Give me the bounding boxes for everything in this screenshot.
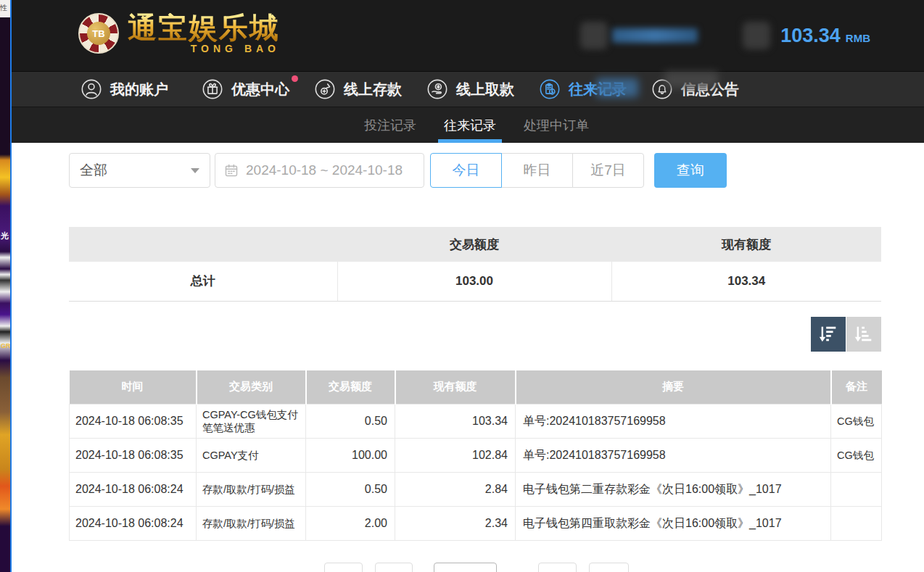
- logo-title: 通宝娱乐城: [128, 13, 280, 42]
- privacy-blur: [664, 72, 718, 88]
- col-header-summary: 摘要: [516, 370, 831, 405]
- background-fragment-text: 光: [1, 231, 9, 241]
- cell-balance: 103.34: [395, 405, 516, 439]
- records-header-row: 时间 交易类别 交易额度 现有额度 摘要 备注: [70, 370, 882, 405]
- quick-button-label: 今日: [453, 161, 480, 180]
- summary-header-empty: [69, 227, 337, 262]
- privacy-blur: [596, 78, 638, 97]
- records-icon: [539, 78, 561, 100]
- avatar[interactable]: [580, 22, 608, 49]
- pagination-last-button[interactable]: [589, 563, 629, 572]
- withdraw-icon: [426, 78, 448, 100]
- col-header-balance: 现有额度: [395, 370, 516, 405]
- tab-label: 往来记录: [444, 117, 496, 134]
- gift-icon: [202, 78, 223, 100]
- cell-category: 存款/取款/打码/损益: [197, 507, 306, 541]
- pagination-prev-button[interactable]: [375, 563, 413, 572]
- notification-dot: [292, 75, 298, 82]
- nav-item-label: 线上取款: [456, 80, 514, 99]
- tab-label: 处理中订单: [524, 117, 589, 134]
- col-header-remark: 备注: [831, 370, 882, 405]
- wallet-icon[interactable]: [743, 22, 770, 49]
- calendar-icon: [224, 163, 239, 178]
- cell-category: CGPAY-CG钱包支付笔笔送优惠: [197, 405, 306, 439]
- poker-chip-label: TB: [87, 22, 110, 45]
- pagination-first-button[interactable]: [324, 563, 363, 572]
- username-redacted: [612, 28, 698, 43]
- cell-time: 2024-10-18 06:08:24: [70, 473, 197, 507]
- deposit-icon: [314, 78, 336, 100]
- quick-button-label: 昨日: [524, 161, 551, 180]
- cell-category: 存款/取款/打码/损益: [197, 473, 306, 507]
- summary-table: 交易额度 现有额度 总计 103.00 103.34: [69, 227, 881, 302]
- filter-row: 全部 2024-10-18 ~ 2024-10-18 今日: [69, 153, 881, 188]
- sort-ascending-icon: [853, 323, 875, 345]
- cell-balance: 2.84: [395, 473, 516, 507]
- cell-time: 2024-10-18 06:08:35: [70, 405, 197, 439]
- logo-subtitle: TONG BAO: [128, 43, 280, 54]
- cell-category: CGPAY支付: [197, 439, 306, 473]
- background-fragment-text: GR: [1, 342, 10, 349]
- table-row: 2024-10-18 06:08:35 CGPAY支付 100.00 102.8…: [70, 439, 882, 473]
- col-header-category: 交易类别: [197, 370, 306, 405]
- col-header-amount: 交易额度: [306, 370, 395, 405]
- table-row: 2024-10-18 06:08:24 存款/取款/打码/损益 2.00 2.3…: [70, 507, 882, 541]
- nav-item-label: 线上存款: [344, 80, 402, 99]
- tab-pending-orders[interactable]: 处理中订单: [524, 107, 589, 143]
- sort-descending-icon: [817, 323, 839, 345]
- tab-transaction-records[interactable]: 往来记录: [444, 107, 496, 143]
- logo-text: 通宝娱乐城 TONG BAO: [128, 13, 280, 54]
- nav-item-deposit[interactable]: 线上存款: [314, 78, 402, 100]
- tab-label: 投注记录: [364, 117, 416, 134]
- site-header: TB 通宝娱乐城 TONG BAO 103.34 RMB: [12, 0, 924, 71]
- user-icon: [81, 78, 102, 100]
- summary-header-transaction: 交易额度: [337, 227, 611, 262]
- tab-bet-records[interactable]: 投注记录: [364, 107, 416, 143]
- cell-summary: 单号:202410183757169958: [516, 405, 831, 439]
- quick-last7days-button[interactable]: 近7日: [572, 153, 644, 188]
- cell-remark: [831, 473, 882, 507]
- nav-item-promotions[interactable]: 优惠中心: [202, 78, 289, 100]
- background-dialog-fragment: 性: [0, 0, 10, 17]
- summary-total-row: 总计 103.00 103.34: [69, 262, 881, 301]
- cell-balance: 102.84: [395, 439, 516, 473]
- cell-remark: [831, 507, 882, 541]
- type-select[interactable]: 全部: [69, 153, 210, 188]
- site-logo[interactable]: TB 通宝娱乐城 TONG BAO: [78, 13, 280, 54]
- sort-controls: [69, 317, 881, 352]
- quick-date-group: 今日 昨日 近7日: [430, 153, 644, 188]
- poker-chip-icon: TB: [78, 13, 119, 54]
- sort-descending-button[interactable]: [811, 317, 846, 352]
- cell-remark: CG钱包: [831, 405, 882, 439]
- cell-amount: 0.50: [306, 405, 395, 439]
- nav-item-label: 我的账户: [110, 80, 168, 99]
- quick-today-button[interactable]: 今日: [430, 153, 502, 188]
- summary-balance-total: 103.34: [611, 262, 881, 301]
- nav-item-my-account[interactable]: 我的账户: [81, 78, 168, 100]
- chevron-down-icon: [191, 168, 199, 173]
- cell-remark: CG钱包: [831, 439, 882, 473]
- main-page: TB 通宝娱乐城 TONG BAO 103.34 RMB: [12, 0, 924, 572]
- cell-balance: 2.34: [395, 507, 516, 541]
- pagination-page-select[interactable]: [434, 563, 497, 572]
- main-nav: 我的账户 优惠中心 线上存款 线上取款: [12, 71, 924, 107]
- balance-display: 103.34 RMB: [780, 25, 870, 47]
- pagination: [69, 563, 881, 572]
- cell-summary: 电子钱包第二重存款彩金《次日16:00领取》_1017: [516, 473, 831, 507]
- table-row: 2024-10-18 06:08:35 CGPAY-CG钱包支付笔笔送优惠 0.…: [70, 405, 882, 439]
- balance-amount: 103.34: [780, 25, 841, 47]
- date-range-value: 2024-10-18 ~ 2024-10-18: [246, 162, 403, 178]
- cell-summary: 电子钱包第四重取款彩金《次日16:00领取》_1017: [516, 507, 831, 541]
- quick-yesterday-button[interactable]: 昨日: [501, 153, 573, 188]
- search-button[interactable]: 查询: [654, 153, 727, 188]
- cell-time: 2024-10-18 06:08:35: [70, 439, 197, 473]
- col-header-time: 时间: [70, 370, 197, 405]
- summary-transaction-total: 103.00: [337, 262, 611, 301]
- date-range-input[interactable]: 2024-10-18 ~ 2024-10-18: [215, 153, 424, 188]
- pagination-next-button[interactable]: [538, 563, 577, 572]
- screen: 光 GR 性 TB 通宝娱乐城 TONG BAO 103.34: [0, 0, 924, 572]
- nav-item-label: 优惠中心: [231, 80, 289, 99]
- header-account-area: 103.34 RMB: [580, 0, 924, 71]
- nav-item-withdraw[interactable]: 线上取款: [426, 78, 514, 100]
- sort-ascending-button[interactable]: [846, 317, 881, 352]
